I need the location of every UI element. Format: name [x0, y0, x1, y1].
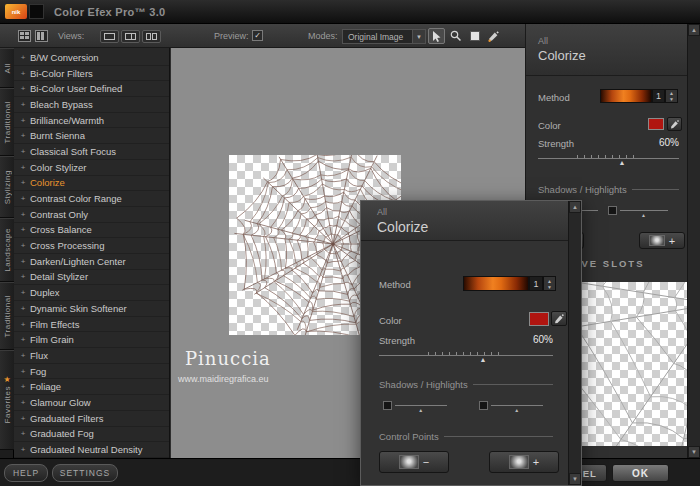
- slider-track: [379, 355, 553, 356]
- filter-item-color-stylizer[interactable]: +Color Stylizer: [14, 160, 169, 176]
- filter-item-colorize[interactable]: +Colorize: [14, 176, 169, 192]
- filter-item-cross-balance[interactable]: +Cross Balance: [14, 223, 169, 239]
- background-color-button[interactable]: [466, 28, 483, 44]
- filter-item-bi-color-filters[interactable]: +Bi-Color Filters: [14, 66, 169, 82]
- panel-header: All Colorize: [526, 24, 700, 76]
- eyedropper-button[interactable]: [551, 311, 567, 326]
- highlights-mini-slider[interactable]: ▲: [608, 206, 668, 219]
- sidebar-tab-stylizing[interactable]: Stylizing: [0, 156, 14, 218]
- preview-checkbox[interactable]: ✓: [252, 30, 263, 41]
- filter-item-bi-color-user-defined[interactable]: +Bi-Color User Defined: [14, 81, 169, 97]
- grid-square: [20, 36, 24, 39]
- settings-button[interactable]: SETTINGS: [52, 464, 118, 482]
- dialog-scrollbar[interactable]: ▲ ▼: [568, 201, 581, 485]
- filter-label: Dynamic Skin Softener: [30, 303, 127, 314]
- side-by-side-view-button[interactable]: [142, 30, 161, 43]
- method-label: Method: [538, 92, 570, 103]
- filter-expand-icon: +: [19, 178, 27, 187]
- filter-item-darken-lighten-center[interactable]: +Darken/Lighten Center: [14, 254, 169, 270]
- pane-bar: [41, 32, 44, 40]
- method-stepper[interactable]: ▲ ▼: [665, 89, 678, 103]
- filter-item-graduated-filters[interactable]: +Graduated Filters: [14, 411, 169, 427]
- split-view-button[interactable]: [121, 30, 140, 43]
- sidebar-tab-landscape[interactable]: Landscape: [0, 218, 14, 282]
- dialog-header[interactable]: All Colorize: [361, 201, 581, 241]
- panel-scrollbar[interactable]: ▲ ▼: [687, 24, 700, 458]
- filter-item-film-grain[interactable]: +Film Grain: [14, 332, 169, 348]
- help-button[interactable]: HELP: [4, 464, 48, 482]
- filter-expand-icon: +: [19, 100, 27, 109]
- filter-item-cross-processing[interactable]: +Cross Processing: [14, 238, 169, 254]
- filter-item-burnt-sienna[interactable]: +Burnt Sienna: [14, 128, 169, 144]
- method-gradient-swatch[interactable]: [600, 89, 652, 103]
- filter-item-glamour-glow[interactable]: +Glamour Glow: [14, 395, 169, 411]
- scroll-down-button[interactable]: ▼: [569, 473, 581, 485]
- filter-expand-icon: +: [19, 53, 27, 62]
- filter-item-graduated-fog[interactable]: +Graduated Fog: [14, 427, 169, 443]
- slider-marker[interactable]: ▲: [619, 159, 626, 167]
- modes-dropdown[interactable]: Original Image ▼: [342, 29, 426, 44]
- filter-item-duplex[interactable]: +Duplex: [14, 285, 169, 301]
- add-control-point-button[interactable]: +: [489, 451, 559, 473]
- mini-slider-handle[interactable]: [608, 206, 617, 215]
- method-stepper[interactable]: ▲ ▼: [543, 276, 556, 291]
- filter-item-graduated-neutral-density[interactable]: +Graduated Neutral Density: [14, 442, 169, 458]
- filter-item-contrast-only[interactable]: +Contrast Only: [14, 207, 169, 223]
- filter-item-film-effects[interactable]: +Film Effects: [14, 317, 169, 333]
- shadows-mini-slider[interactable]: ▲: [383, 401, 447, 414]
- category-tab-strip: AllTraditionalStylizingLandscapeTraditio…: [0, 48, 14, 458]
- highlights-mini-slider[interactable]: ▲: [479, 401, 543, 414]
- filter-item-detail-stylizer[interactable]: +Detail Stylizer: [14, 270, 169, 286]
- slider-ticks: [428, 352, 505, 355]
- filter-item-foliage[interactable]: +Foliage: [14, 379, 169, 395]
- sidebar-tab-traditional[interactable]: Traditional: [0, 88, 14, 156]
- filter-item-classical-soft-focus[interactable]: +Classical Soft Focus: [14, 144, 169, 160]
- filter-label: Flux: [30, 350, 48, 361]
- method-gradient-swatch[interactable]: [463, 276, 529, 291]
- filter-item-b-w-conversion[interactable]: +B/W Conversion: [14, 50, 169, 66]
- scroll-up-button[interactable]: ▲: [688, 24, 700, 36]
- sidebar-tab-traditional[interactable]: Traditional: [0, 282, 14, 350]
- single-view-button[interactable]: [100, 30, 119, 43]
- filter-item-bleach-bypass[interactable]: +Bleach Bypass: [14, 97, 169, 113]
- thumbnail-view-icon[interactable]: [18, 30, 31, 42]
- scroll-down-button[interactable]: ▼: [688, 446, 700, 458]
- method-label: Method: [379, 279, 411, 290]
- grid-square: [25, 36, 29, 39]
- filter-item-contrast-color-range[interactable]: +Contrast Color Range: [14, 191, 169, 207]
- filter-label: Glamour Glow: [30, 397, 91, 408]
- remove-control-point-button[interactable]: −: [379, 451, 449, 473]
- filter-expand-icon: +: [19, 367, 27, 376]
- mini-slider-handle[interactable]: [383, 401, 392, 410]
- mini-slider-track: [395, 405, 447, 406]
- mini-slider-handle[interactable]: [479, 401, 488, 410]
- eyedropper-tool-button[interactable]: [485, 28, 502, 44]
- list-view-icon[interactable]: [35, 30, 48, 42]
- slider-marker[interactable]: ▲: [479, 356, 486, 364]
- filter-item-dynamic-skin-softener[interactable]: +Dynamic Skin Softener: [14, 301, 169, 317]
- filter-expand-icon: +: [19, 194, 27, 203]
- select-tool-button[interactable]: [428, 28, 445, 44]
- ok-button[interactable]: OK: [612, 464, 669, 482]
- filter-label: Brilliance/Warmth: [30, 115, 104, 126]
- zoom-tool-button[interactable]: [447, 28, 464, 44]
- strength-slider[interactable]: ▲: [379, 351, 553, 365]
- filter-item-fog[interactable]: +Fog: [14, 364, 169, 380]
- filter-label: Duplex: [30, 287, 60, 298]
- filter-item-flux[interactable]: +Flux: [14, 348, 169, 364]
- strength-slider[interactable]: ▲: [538, 154, 679, 168]
- filter-expand-icon: +: [19, 147, 27, 156]
- add-control-point-button[interactable]: +: [639, 232, 685, 249]
- sidebar-tab-all[interactable]: All: [0, 48, 14, 88]
- filter-item-brilliance-warmth[interactable]: +Brilliance/Warmth: [14, 113, 169, 129]
- eyedropper-button[interactable]: [667, 117, 682, 131]
- sidebar-tab-favorites[interactable]: ★Favorites: [0, 350, 14, 450]
- control-point-thumbnail: [399, 455, 419, 469]
- scroll-up-button[interactable]: ▲: [569, 201, 581, 213]
- sidebar-tab-label: Landscape: [3, 228, 12, 272]
- color-swatch[interactable]: [529, 312, 549, 326]
- color-swatch[interactable]: [648, 118, 664, 130]
- mini-slider-track: [620, 210, 668, 211]
- filter-expand-icon: +: [19, 69, 27, 78]
- filter-label: Bi-Color User Defined: [30, 83, 122, 94]
